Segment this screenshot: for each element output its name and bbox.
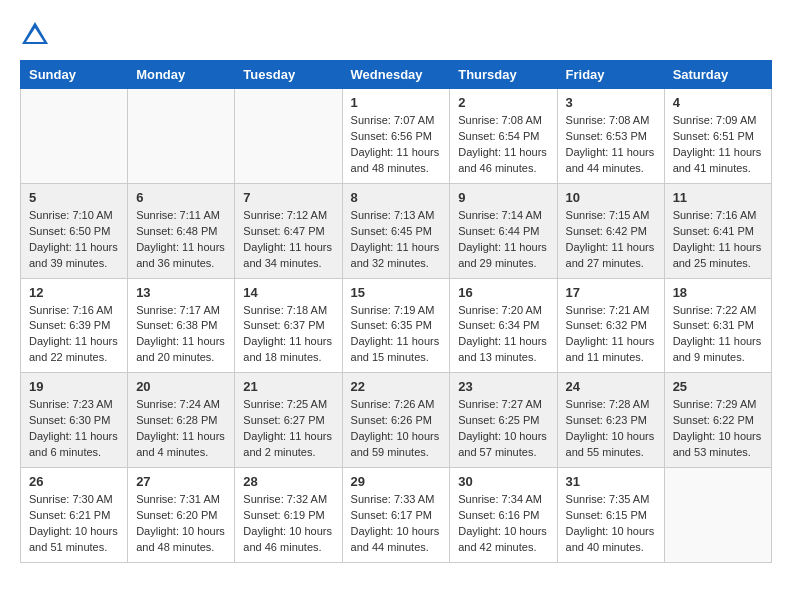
day-number: 4 xyxy=(673,95,763,110)
calendar-cell: 2Sunrise: 7:08 AM Sunset: 6:54 PM Daylig… xyxy=(450,89,557,184)
calendar-cell: 4Sunrise: 7:09 AM Sunset: 6:51 PM Daylig… xyxy=(664,89,771,184)
day-number: 12 xyxy=(29,285,119,300)
weekday-header-tuesday: Tuesday xyxy=(235,61,342,89)
day-number: 6 xyxy=(136,190,226,205)
day-number: 23 xyxy=(458,379,548,394)
calendar-cell: 14Sunrise: 7:18 AM Sunset: 6:37 PM Dayli… xyxy=(235,278,342,373)
week-row-4: 26Sunrise: 7:30 AM Sunset: 6:21 PM Dayli… xyxy=(21,468,772,563)
day-info: Sunrise: 7:34 AM Sunset: 6:16 PM Dayligh… xyxy=(458,492,548,556)
day-info: Sunrise: 7:07 AM Sunset: 6:56 PM Dayligh… xyxy=(351,113,442,177)
logo-icon xyxy=(20,20,50,50)
day-number: 2 xyxy=(458,95,548,110)
calendar-cell: 9Sunrise: 7:14 AM Sunset: 6:44 PM Daylig… xyxy=(450,183,557,278)
calendar-cell: 29Sunrise: 7:33 AM Sunset: 6:17 PM Dayli… xyxy=(342,468,450,563)
calendar-cell: 12Sunrise: 7:16 AM Sunset: 6:39 PM Dayli… xyxy=(21,278,128,373)
day-info: Sunrise: 7:31 AM Sunset: 6:20 PM Dayligh… xyxy=(136,492,226,556)
day-info: Sunrise: 7:08 AM Sunset: 6:54 PM Dayligh… xyxy=(458,113,548,177)
day-number: 27 xyxy=(136,474,226,489)
weekday-header-wednesday: Wednesday xyxy=(342,61,450,89)
day-info: Sunrise: 7:18 AM Sunset: 6:37 PM Dayligh… xyxy=(243,303,333,367)
day-number: 15 xyxy=(351,285,442,300)
week-row-2: 12Sunrise: 7:16 AM Sunset: 6:39 PM Dayli… xyxy=(21,278,772,373)
calendar-cell xyxy=(21,89,128,184)
calendar-cell xyxy=(235,89,342,184)
day-info: Sunrise: 7:33 AM Sunset: 6:17 PM Dayligh… xyxy=(351,492,442,556)
day-info: Sunrise: 7:30 AM Sunset: 6:21 PM Dayligh… xyxy=(29,492,119,556)
day-info: Sunrise: 7:28 AM Sunset: 6:23 PM Dayligh… xyxy=(566,397,656,461)
day-number: 1 xyxy=(351,95,442,110)
calendar-cell: 21Sunrise: 7:25 AM Sunset: 6:27 PM Dayli… xyxy=(235,373,342,468)
day-info: Sunrise: 7:08 AM Sunset: 6:53 PM Dayligh… xyxy=(566,113,656,177)
day-info: Sunrise: 7:15 AM Sunset: 6:42 PM Dayligh… xyxy=(566,208,656,272)
weekday-header-friday: Friday xyxy=(557,61,664,89)
calendar-cell: 26Sunrise: 7:30 AM Sunset: 6:21 PM Dayli… xyxy=(21,468,128,563)
day-info: Sunrise: 7:20 AM Sunset: 6:34 PM Dayligh… xyxy=(458,303,548,367)
day-info: Sunrise: 7:16 AM Sunset: 6:41 PM Dayligh… xyxy=(673,208,763,272)
day-number: 30 xyxy=(458,474,548,489)
day-number: 5 xyxy=(29,190,119,205)
day-info: Sunrise: 7:17 AM Sunset: 6:38 PM Dayligh… xyxy=(136,303,226,367)
calendar-cell: 19Sunrise: 7:23 AM Sunset: 6:30 PM Dayli… xyxy=(21,373,128,468)
calendar-cell: 25Sunrise: 7:29 AM Sunset: 6:22 PM Dayli… xyxy=(664,373,771,468)
day-info: Sunrise: 7:25 AM Sunset: 6:27 PM Dayligh… xyxy=(243,397,333,461)
day-number: 14 xyxy=(243,285,333,300)
day-info: Sunrise: 7:09 AM Sunset: 6:51 PM Dayligh… xyxy=(673,113,763,177)
day-number: 29 xyxy=(351,474,442,489)
day-number: 17 xyxy=(566,285,656,300)
day-number: 28 xyxy=(243,474,333,489)
calendar-cell: 18Sunrise: 7:22 AM Sunset: 6:31 PM Dayli… xyxy=(664,278,771,373)
logo xyxy=(20,20,54,50)
calendar-cell: 11Sunrise: 7:16 AM Sunset: 6:41 PM Dayli… xyxy=(664,183,771,278)
day-number: 8 xyxy=(351,190,442,205)
calendar-cell: 30Sunrise: 7:34 AM Sunset: 6:16 PM Dayli… xyxy=(450,468,557,563)
day-number: 11 xyxy=(673,190,763,205)
day-number: 25 xyxy=(673,379,763,394)
day-number: 20 xyxy=(136,379,226,394)
calendar-cell: 3Sunrise: 7:08 AM Sunset: 6:53 PM Daylig… xyxy=(557,89,664,184)
calendar-cell: 6Sunrise: 7:11 AM Sunset: 6:48 PM Daylig… xyxy=(128,183,235,278)
weekday-header-saturday: Saturday xyxy=(664,61,771,89)
day-info: Sunrise: 7:27 AM Sunset: 6:25 PM Dayligh… xyxy=(458,397,548,461)
day-number: 31 xyxy=(566,474,656,489)
calendar-cell: 5Sunrise: 7:10 AM Sunset: 6:50 PM Daylig… xyxy=(21,183,128,278)
calendar-cell: 8Sunrise: 7:13 AM Sunset: 6:45 PM Daylig… xyxy=(342,183,450,278)
day-number: 16 xyxy=(458,285,548,300)
day-number: 24 xyxy=(566,379,656,394)
week-row-0: 1Sunrise: 7:07 AM Sunset: 6:56 PM Daylig… xyxy=(21,89,772,184)
day-info: Sunrise: 7:29 AM Sunset: 6:22 PM Dayligh… xyxy=(673,397,763,461)
day-info: Sunrise: 7:26 AM Sunset: 6:26 PM Dayligh… xyxy=(351,397,442,461)
calendar-cell: 31Sunrise: 7:35 AM Sunset: 6:15 PM Dayli… xyxy=(557,468,664,563)
calendar-cell: 13Sunrise: 7:17 AM Sunset: 6:38 PM Dayli… xyxy=(128,278,235,373)
day-info: Sunrise: 7:13 AM Sunset: 6:45 PM Dayligh… xyxy=(351,208,442,272)
calendar-cell: 20Sunrise: 7:24 AM Sunset: 6:28 PM Dayli… xyxy=(128,373,235,468)
weekday-header-monday: Monday xyxy=(128,61,235,89)
calendar-cell: 22Sunrise: 7:26 AM Sunset: 6:26 PM Dayli… xyxy=(342,373,450,468)
calendar-cell: 7Sunrise: 7:12 AM Sunset: 6:47 PM Daylig… xyxy=(235,183,342,278)
day-info: Sunrise: 7:10 AM Sunset: 6:50 PM Dayligh… xyxy=(29,208,119,272)
day-number: 18 xyxy=(673,285,763,300)
day-number: 7 xyxy=(243,190,333,205)
day-number: 10 xyxy=(566,190,656,205)
calendar-table: SundayMondayTuesdayWednesdayThursdayFrid… xyxy=(20,60,772,563)
calendar-cell: 28Sunrise: 7:32 AM Sunset: 6:19 PM Dayli… xyxy=(235,468,342,563)
day-info: Sunrise: 7:19 AM Sunset: 6:35 PM Dayligh… xyxy=(351,303,442,367)
calendar-cell: 27Sunrise: 7:31 AM Sunset: 6:20 PM Dayli… xyxy=(128,468,235,563)
day-info: Sunrise: 7:16 AM Sunset: 6:39 PM Dayligh… xyxy=(29,303,119,367)
weekday-header-sunday: Sunday xyxy=(21,61,128,89)
day-number: 22 xyxy=(351,379,442,394)
calendar-cell: 24Sunrise: 7:28 AM Sunset: 6:23 PM Dayli… xyxy=(557,373,664,468)
calendar-cell: 23Sunrise: 7:27 AM Sunset: 6:25 PM Dayli… xyxy=(450,373,557,468)
weekday-header-row: SundayMondayTuesdayWednesdayThursdayFrid… xyxy=(21,61,772,89)
calendar-cell: 15Sunrise: 7:19 AM Sunset: 6:35 PM Dayli… xyxy=(342,278,450,373)
day-info: Sunrise: 7:12 AM Sunset: 6:47 PM Dayligh… xyxy=(243,208,333,272)
day-number: 9 xyxy=(458,190,548,205)
day-info: Sunrise: 7:23 AM Sunset: 6:30 PM Dayligh… xyxy=(29,397,119,461)
weekday-header-thursday: Thursday xyxy=(450,61,557,89)
day-number: 21 xyxy=(243,379,333,394)
day-info: Sunrise: 7:21 AM Sunset: 6:32 PM Dayligh… xyxy=(566,303,656,367)
day-info: Sunrise: 7:14 AM Sunset: 6:44 PM Dayligh… xyxy=(458,208,548,272)
calendar-cell: 16Sunrise: 7:20 AM Sunset: 6:34 PM Dayli… xyxy=(450,278,557,373)
calendar-cell: 17Sunrise: 7:21 AM Sunset: 6:32 PM Dayli… xyxy=(557,278,664,373)
calendar-cell: 1Sunrise: 7:07 AM Sunset: 6:56 PM Daylig… xyxy=(342,89,450,184)
day-info: Sunrise: 7:11 AM Sunset: 6:48 PM Dayligh… xyxy=(136,208,226,272)
